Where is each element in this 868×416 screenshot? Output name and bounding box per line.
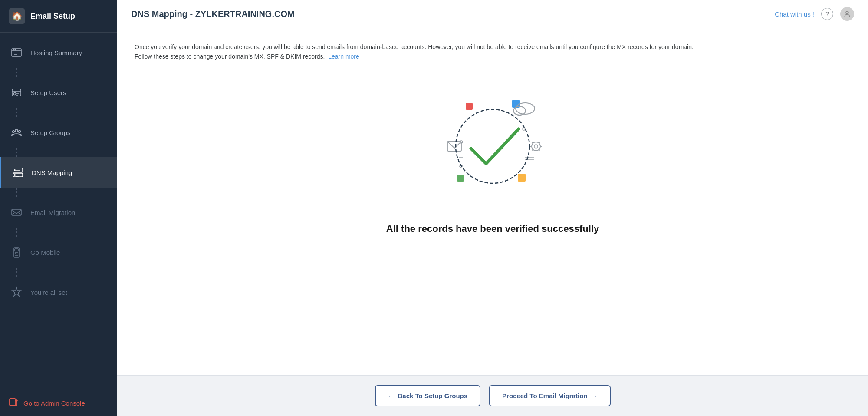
avatar[interactable] xyxy=(840,7,854,21)
header-right: Chat with us ! ? xyxy=(775,7,854,21)
svg-rect-21 xyxy=(12,209,21,215)
app-logo-icon: 🏠 xyxy=(9,8,25,24)
svg-marker-29 xyxy=(12,287,21,296)
app-title: Email Setup xyxy=(30,12,75,21)
nav-connector-6 xyxy=(16,268,17,277)
svg-line-46 xyxy=(539,142,540,143)
nav-connector-2 xyxy=(16,108,17,117)
sidebar-item-setup-users[interactable]: Setup Users xyxy=(0,77,117,108)
main-header: DNS Mapping - ZYLKERTRAINING.COM Chat wi… xyxy=(117,0,868,28)
svg-point-3 xyxy=(15,50,16,50)
svg-rect-34 xyxy=(457,175,464,182)
svg-line-45 xyxy=(539,149,540,150)
admin-console-label: Go to Admin Console xyxy=(23,399,85,407)
setup-groups-icon xyxy=(9,125,24,140)
sidebar-item-dns-mapping[interactable]: DNS Mapping xyxy=(0,157,117,188)
sidebar-item-setup-groups[interactable]: Setup Groups xyxy=(0,117,117,148)
svg-point-17 xyxy=(14,175,15,175)
svg-rect-32 xyxy=(466,103,473,110)
sidebar-item-label-setup-users: Setup Users xyxy=(30,89,66,96)
svg-point-55 xyxy=(456,109,529,183)
svg-rect-30 xyxy=(10,399,16,406)
sidebar-item-label-setup-groups: Setup Groups xyxy=(30,129,71,136)
footer-bar: ← Back To Setup Groups Proceed To Email … xyxy=(117,375,868,416)
svg-rect-35 xyxy=(518,174,526,182)
nav-connector-4 xyxy=(16,188,17,197)
learn-more-link[interactable]: Learn more xyxy=(328,53,359,60)
sidebar-item-label-dns-mapping: DNS Mapping xyxy=(32,169,72,176)
sidebar-item-label-youre-all-set: You're all set xyxy=(30,289,67,296)
youre-all-set-icon xyxy=(9,284,24,300)
sidebar: 🏠 Email Setup Hosting Summary xyxy=(0,0,117,416)
sidebar-item-email-migration[interactable]: Email Migration xyxy=(0,197,117,228)
sidebar-item-label-go-mobile: Go Mobile xyxy=(30,249,60,256)
go-mobile-icon xyxy=(9,244,24,260)
proceed-to-email-migration-button[interactable]: Proceed To Email Migration → xyxy=(489,385,610,406)
back-button-label: Back To Setup Groups xyxy=(398,392,468,399)
svg-point-39 xyxy=(534,145,538,148)
admin-console-icon xyxy=(9,397,18,409)
main-content: DNS Mapping - ZYLKERTRAINING.COM Chat wi… xyxy=(117,0,868,416)
main-body: Once you verify your domain and create u… xyxy=(117,28,868,375)
hosting-summary-icon xyxy=(9,45,24,60)
svg-point-8 xyxy=(14,93,16,95)
nav-connector-3 xyxy=(16,148,17,157)
sidebar-nav: Hosting Summary Setup Users xyxy=(0,33,117,390)
help-icon[interactable]: ? xyxy=(821,8,833,20)
success-section: All the records have been verified succe… xyxy=(135,62,851,243)
sidebar-item-label-hosting-summary: Hosting Summary xyxy=(30,49,82,56)
svg-point-37 xyxy=(513,106,526,115)
svg-point-11 xyxy=(15,129,18,132)
svg-point-13 xyxy=(19,131,21,133)
sidebar-item-hosting-summary[interactable]: Hosting Summary xyxy=(0,37,117,68)
nav-connector-1 xyxy=(16,68,17,77)
success-illustration xyxy=(427,79,558,209)
page-title: DNS Mapping - ZYLKERTRAINING.COM xyxy=(131,9,295,19)
go-to-admin-console-button[interactable]: Go to Admin Console xyxy=(0,390,117,416)
svg-point-2 xyxy=(13,50,14,50)
sidebar-item-label-email-migration: Email Migration xyxy=(30,209,75,216)
svg-point-31 xyxy=(846,11,848,14)
sidebar-item-youre-all-set[interactable]: You're all set xyxy=(0,277,117,308)
back-arrow-icon: ← xyxy=(388,392,395,399)
sidebar-item-go-mobile[interactable]: Go Mobile xyxy=(0,237,117,268)
svg-rect-26 xyxy=(15,249,18,251)
dns-mapping-icon xyxy=(10,165,26,180)
svg-point-38 xyxy=(532,142,540,151)
chat-with-us-link[interactable]: Chat with us ! xyxy=(775,10,814,18)
success-message: All the records have been verified succe… xyxy=(386,223,599,234)
svg-line-47 xyxy=(532,149,533,150)
setup-users-icon xyxy=(9,85,24,100)
svg-line-44 xyxy=(532,142,533,143)
info-text: Once you verify your domain and create u… xyxy=(135,42,699,62)
svg-point-16 xyxy=(14,170,15,171)
svg-point-12 xyxy=(13,131,15,133)
proceed-button-label: Proceed To Email Migration xyxy=(502,392,587,399)
sidebar-header: 🏠 Email Setup xyxy=(0,0,117,33)
email-migration-icon xyxy=(9,205,24,220)
nav-connector-5 xyxy=(16,228,17,237)
back-to-setup-groups-button[interactable]: ← Back To Setup Groups xyxy=(375,385,481,406)
proceed-arrow-icon: → xyxy=(591,392,598,399)
svg-point-50 xyxy=(523,128,525,130)
